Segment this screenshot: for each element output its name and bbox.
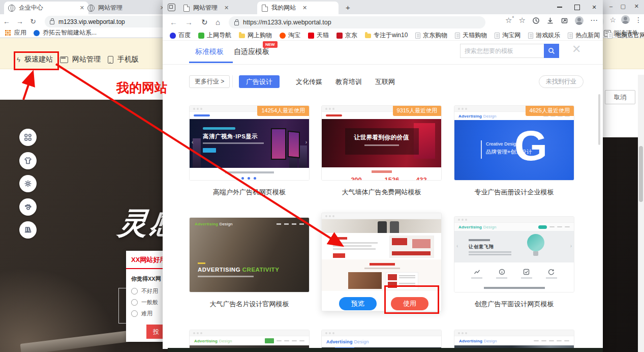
browser-icon [60,56,68,63]
industry-not-found-button[interactable]: 未找到行业 [539,75,584,88]
category-education[interactable]: 教育培训 [328,75,369,88]
template-card[interactable]: Advertising Design [454,330,574,349]
template-title[interactable]: 专业广告画册设计企业模板 [454,188,574,197]
template-card-hovered[interactable]: 预览 使用 [321,213,442,311]
site-tab-site-manage[interactable]: 网站管理 [60,52,101,67]
bookmark-item[interactable]: 天猫 [308,31,329,40]
close-button[interactable]: ✕ [586,0,603,14]
forward-icon[interactable]: → [185,18,193,26]
kebab-menu-icon[interactable]: ⋮ [635,16,642,24]
bookmark-item[interactable]: 电脑店官网 [607,31,644,40]
template-search-input[interactable] [460,44,544,58]
template-card[interactable]: 9315人最近使用 让世界看到你的价值 200 1526 432 [321,105,442,181]
fg-address-bar[interactable]: https://m1233.vip.webportal.top [229,16,485,28]
apps-grid-icon[interactable] [5,30,11,36]
thumb-browser-bar [322,330,441,336]
more-menu-icon[interactable]: ⋯ [590,16,598,25]
template-title[interactable]: 大气墙体广告免费网站模板 [321,188,442,197]
bg-url-text: m1233.vip.webportal.top [58,18,125,25]
radio-icon[interactable] [131,288,138,295]
template-card[interactable]: 14254人最近使用 高清广视角·IPS显示 ‹ › [189,105,310,181]
sidebar-settings-button[interactable] [19,175,37,192]
radio-icon[interactable] [131,310,138,317]
browser-tools-icon[interactable] [561,17,568,24]
bg-tab-site-manage[interactable]: 网站管理 ✕ [83,2,169,14]
use-button[interactable]: 使用 [391,297,428,310]
bg-close-button[interactable]: ✕ [634,3,639,10]
reload-icon[interactable]: ↻ [26,17,40,25]
favorites-icon[interactable]: ☆ [519,16,526,25]
back-icon[interactable]: ← [170,18,177,26]
history-icon[interactable] [532,17,540,24]
forward-icon[interactable]: → [13,17,26,25]
bookmark-item[interactable]: 京东 [336,31,357,40]
template-title[interactable]: 大气广告名片设计官网模板 [189,300,310,309]
bookmark-star-icon[interactable]: ☆ [609,16,616,24]
taobao-icon [280,33,286,39]
bookmark-item[interactable]: 游戏娱乐 [528,31,560,40]
bookmark-folder[interactable]: 网上购物 [239,31,272,40]
bookmark-item[interactable]: 热点新闻 [568,31,600,40]
site-tab-mobile[interactable]: 手机版 [108,52,139,67]
tab-close-icon[interactable]: ✕ [302,5,307,11]
sidebar-apps-button[interactable] [19,129,37,146]
chart-icon [474,269,480,275]
category-ad-design[interactable]: 广告设计 [239,75,280,88]
bg-bookmark-item[interactable]: 乔拓云智能建站系... [43,28,97,37]
modal-close-icon[interactable]: ✕ [572,44,581,55]
modal-scrollbar-thumb[interactable] [598,94,600,145]
page-favicon [183,5,190,12]
sidebar-theme-button[interactable] [19,152,37,169]
tab-standard-templates[interactable]: 标准模板 [195,47,224,56]
template-title[interactable]: 高端户外广告机网页模板 [189,188,310,197]
back-icon[interactable]: ← [0,17,13,25]
site-tab-quick-build[interactable]: ϟ 极速建站 [17,52,53,67]
category-culture-media[interactable]: 文化传媒 [289,75,329,88]
bookmark-folder[interactable]: 专注于win10 [365,31,408,40]
apps-label[interactable]: 应用 [14,28,26,37]
info-icon [499,269,505,275]
minimize-button[interactable] [551,0,568,14]
template-card[interactable]: Advertising Design [189,330,310,349]
bg-scrollbar[interactable] [638,75,644,352]
bookmark-item[interactable]: 上网导航 [198,31,231,40]
cancel-button[interactable]: 取消 [605,90,635,104]
template-card[interactable]: 4625人最近使用 Advertising Design G Creative … [454,105,574,181]
profile-avatar[interactable] [575,16,584,25]
search-button[interactable] [544,44,559,58]
new-tab-button[interactable]: + [346,3,350,12]
add-favorite-icon[interactable]: ☆+ [505,16,512,25]
bookmark-item[interactable]: 百度 [170,31,191,40]
tab-close-icon[interactable]: ✕ [224,5,229,11]
download-icon[interactable] [546,17,554,24]
sidebar-library-button[interactable] [19,221,37,239]
radio-icon[interactable] [131,299,138,306]
more-industries-button[interactable]: 更多行业 > [189,75,230,88]
scrollbar-thumb[interactable] [639,146,643,202]
feature-icons-row [454,262,574,285]
bg-tab-enterprise-center[interactable]: 企业中心 ✕ [4,2,88,14]
template-card[interactable]: Advertising Design [321,330,442,349]
sidebar-pet-button[interactable] [19,198,37,216]
bg-maximize-button[interactable]: ▢ [621,3,626,10]
lock-icon [234,21,239,25]
usage-badge: 9315人最近使用 [393,106,441,116]
template-card[interactable]: Advertising Design ‹ › 让创意飞翔 [454,216,574,292]
bookmark-item[interactable]: 天猫购物 [455,31,487,40]
thumb-section [322,233,441,259]
home-icon[interactable]: ⌂ [216,18,220,26]
fg-tab-site-manage[interactable]: 网站管理 ✕ [179,2,259,14]
fg-tab-my-site[interactable]: 我的网站 ✕ [257,2,339,14]
template-card[interactable]: Advertising Design ADVERTISING CREATIVIT… [189,217,310,292]
maximize-button[interactable] [568,0,586,14]
tab-actions-icon[interactable] [168,4,175,11]
preview-button[interactable]: 预览 [339,297,377,310]
bookmark-item[interactable]: 京东购物 [415,31,447,40]
template-title[interactable]: 创意广告平面设计网页模板 [454,300,574,309]
bg-minimize-button[interactable]: – [609,3,612,9]
bookmark-item[interactable]: 淘宝网 [495,31,520,40]
profile-avatar[interactable] [621,15,630,24]
reload-icon[interactable]: ↻ [201,18,208,27]
category-internet[interactable]: 互联网 [368,75,402,88]
bookmark-item[interactable]: 淘宝 [280,31,300,40]
